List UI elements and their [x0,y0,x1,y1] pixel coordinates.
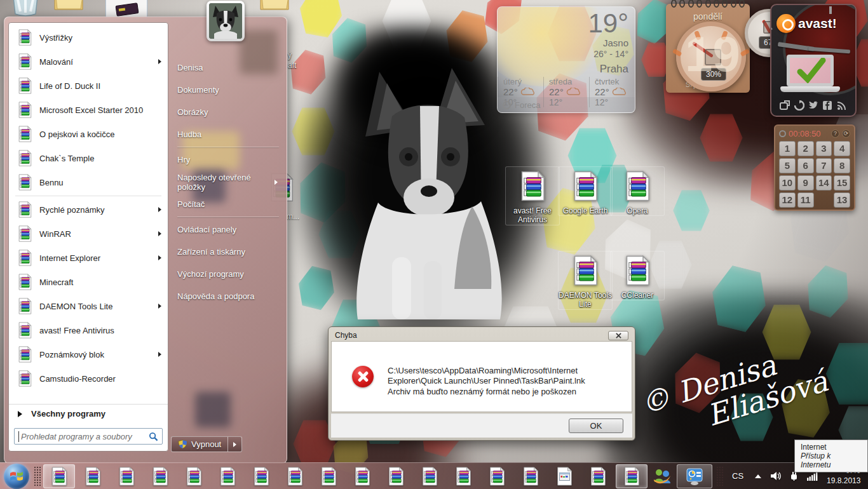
start-menu-search[interactable] [14,428,163,445]
taskbar-button[interactable] [447,464,479,488]
start-button[interactable] [4,464,29,489]
shutdown-options-button[interactable] [228,436,242,452]
folder-icon[interactable] [259,0,290,15]
wallpaper-hexagon [799,260,857,322]
start-menu-item[interactable]: DAEMON Tools Lite [9,294,168,318]
show-hidden-icons-button[interactable] [755,474,761,478]
weather-gadget[interactable]: 19° Jasno 26° - 14° Praha úterý 22° 10° … [497,6,635,113]
folder-icon[interactable] [53,0,84,15]
menu-item-label: avast! Free Antivirus [39,326,163,335]
winrar-archive-icon [50,467,69,486]
cloud-icon [520,88,537,97]
puzzle-tile[interactable]: 6 [797,158,814,173]
twitter-icon[interactable] [808,100,818,111]
start-menu-place-item[interactable]: Nápověda a podpora [168,285,288,307]
start-menu-place-item[interactable]: Výchozí programy [168,263,288,285]
start-menu-item[interactable]: Malování [9,50,168,74]
start-menu-item[interactable]: Camstudio-Recorder [9,366,168,391]
puzzle-tile[interactable]: 13 [834,192,850,208]
puzzle-tile[interactable] [816,192,832,208]
desktop-icon-google-earth[interactable]: Google Earth [558,166,613,216]
start-menu-item[interactable]: Life of D. Duck II [9,74,168,98]
all-programs-button[interactable]: Všechny programy [9,404,168,423]
start-menu-place-item[interactable]: Zařízení a tiskárny [168,241,288,263]
taskbar-button[interactable] [582,464,614,488]
puzzle-tile[interactable]: 9 [797,175,814,191]
start-menu-place-item[interactable]: Obrázky [168,101,288,123]
taskbar-button[interactable] [77,464,109,488]
start-menu-item[interactable]: WinRAR [9,222,168,246]
taskbar-button[interactable] [43,464,75,488]
start-menu-item[interactable]: Chak`s Temple [9,146,168,170]
start-menu-item[interactable]: O pejskovi a kočičce [9,122,168,146]
language-indicator[interactable]: CS [732,471,743,481]
puzzle-tile[interactable]: 10 [779,175,796,191]
shutdown-button[interactable]: Vypnout [171,436,228,452]
puzzle-tile[interactable]: 4 [834,141,850,156]
taskbar-button[interactable] [481,464,513,488]
sync-icon[interactable] [794,100,804,111]
taskbar-button[interactable] [346,464,378,488]
forecast-high: 22° [503,86,518,97]
taskbar-button[interactable] [380,464,412,488]
start-menu-item[interactable]: Microsoft Excel Starter 2010 [9,98,168,122]
start-menu-item[interactable]: Rychlé poznámky [9,198,168,222]
recycle-bin-icon[interactable] [8,0,43,17]
start-menu-item[interactable]: Bennu [9,170,168,194]
volume-button[interactable] [770,471,781,481]
start-menu-item[interactable]: Minecraft [9,270,168,294]
puzzle-tile[interactable]: 5 [779,158,796,173]
taskbar-button[interactable] [245,464,277,488]
dialog-close-button[interactable] [608,331,628,340]
messenger-button[interactable] [649,464,675,488]
puzzle-tile[interactable]: 1 [779,141,796,156]
desktop-icon-opera[interactable]: Opera [610,166,665,216]
avast-gadget[interactable]: avast! [770,4,857,117]
puzzle-tile[interactable]: 11 [797,192,814,208]
taskbar-button[interactable] [111,464,142,488]
puzzle-tile[interactable]: 12 [779,192,796,208]
start-menu-item[interactable]: Poznámkový blok [9,342,168,366]
puzzle-tile[interactable]: 3 [816,141,832,156]
taskbar-button[interactable] [144,464,176,488]
rss-signal-icon[interactable] [837,100,847,111]
start-menu-place-item[interactable]: Dokumenty [168,79,288,101]
start-menu-place-item[interactable]: Hudba [168,123,288,145]
start-menu-place-item[interactable]: Naposledy otevřené položky [168,171,288,193]
search-input[interactable] [18,431,149,442]
taskbar-button[interactable] [414,464,445,488]
start-menu-item[interactable]: Výstřižky [9,25,168,50]
desktop-icon-daemon-tools[interactable]: DAEMON Tools Lite [558,251,613,310]
puzzle-shuffle-button[interactable]: ⟳ [842,130,850,138]
taskbar-button[interactable] [279,464,311,488]
browser-window-icon[interactable] [780,100,790,111]
user-avatar[interactable] [207,1,245,41]
start-menu-item[interactable]: Internet Explorer [9,246,168,270]
puzzle-gadget[interactable]: 00:08:50 ? ⟳ 1 2 3 4 5 6 7 8 10 [774,124,855,211]
dialog-message-text: Archiv má buďto neznámý formát nebo je p… [388,387,620,397]
puzzle-tile[interactable]: 14 [816,175,832,191]
start-menu-place-item[interactable]: Ovládací panely [168,218,288,241]
start-menu-place-item[interactable]: Počítač [168,193,288,215]
dialog-titlebar[interactable]: Chyba [331,330,632,341]
start-menu-item[interactable]: avast! Free Antivirus [9,318,168,342]
puzzle-tile[interactable]: 8 [834,158,850,173]
puzzle-tile[interactable]: 2 [797,141,814,156]
desktop-icon-avast[interactable]: avast! Free Antivirus [505,166,560,225]
start-menu-place-item[interactable]: Hry [168,149,288,171]
taskbar-button[interactable] [178,464,210,488]
taskbar-button[interactable] [515,464,546,488]
puzzle-tile[interactable]: 7 [816,158,832,173]
taskbar-button[interactable] [212,464,243,488]
puzzle-tile[interactable]: 15 [834,175,850,191]
desktop-icon-ccleaner[interactable]: CCleaner [610,251,665,300]
place-item-label: Nápověda a podpora [177,291,254,301]
taskbar-button[interactable] [548,464,580,488]
facebook-icon[interactable] [822,100,832,111]
desktop-gadgets-button[interactable] [677,464,712,488]
taskbar-button[interactable] [313,464,344,488]
ok-button[interactable]: OK [569,419,623,433]
puzzle-help-button[interactable]: ? [831,130,839,138]
start-menu-place-item[interactable]: Denisa [168,57,288,79]
taskbar-button[interactable] [616,464,648,488]
